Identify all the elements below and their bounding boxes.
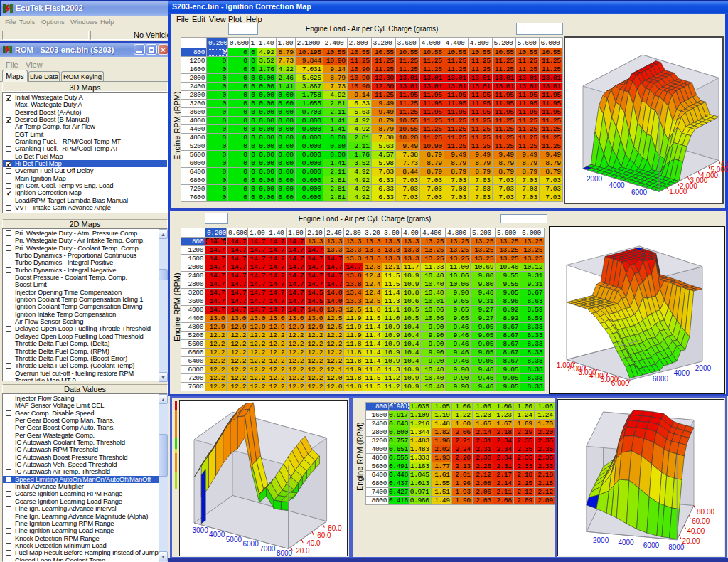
svg-text:5000: 5000	[226, 536, 242, 544]
svg-text:6.000: 6.000	[721, 161, 728, 169]
svg-text:2000: 2000	[593, 536, 609, 544]
svg-text:8000: 8000	[277, 549, 293, 557]
svg-text:4000: 4000	[209, 531, 225, 539]
svg-text:6.000: 6.000	[611, 379, 629, 387]
svg-text:6000: 6000	[243, 540, 259, 548]
svg-text:6000: 6000	[653, 375, 669, 383]
svg-text:20.00: 20.00	[682, 537, 700, 545]
svg-text:6000: 6000	[631, 189, 648, 196]
svg-text:40.00: 40.00	[687, 527, 705, 535]
svg-text:6000: 6000	[643, 541, 660, 549]
svg-text:4000: 4000	[618, 539, 634, 546]
svg-text:4000: 4000	[609, 181, 625, 189]
svg-text:3000: 3000	[193, 526, 209, 534]
svg-text:2000: 2000	[587, 175, 603, 183]
svg-text:80.0: 80.0	[328, 524, 342, 532]
svg-text:60.0: 60.0	[317, 531, 331, 539]
svg-text:60.00: 60.00	[692, 517, 710, 525]
svg-text:80.00: 80.00	[697, 508, 714, 516]
svg-text:20.0: 20.0	[296, 547, 310, 555]
svg-text:7000: 7000	[259, 545, 276, 553]
svg-text:4000: 4000	[674, 369, 690, 377]
svg-text:2000: 2000	[695, 364, 712, 372]
svg-text:40.0: 40.0	[306, 539, 321, 547]
